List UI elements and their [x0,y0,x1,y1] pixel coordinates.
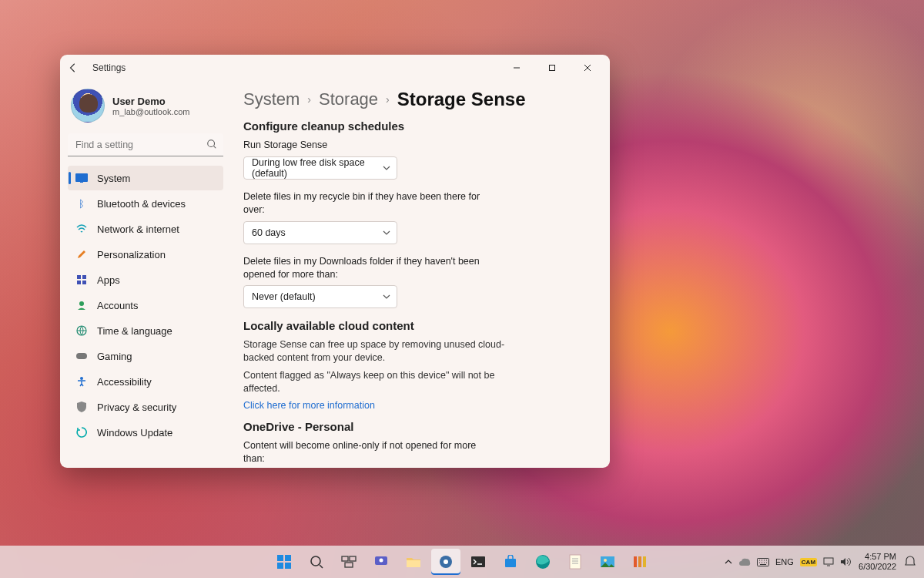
section-configure-title: Configure cleanup schedules [243,119,593,133]
taskbar-app-edge[interactable] [528,549,557,575]
sidebar-item-personalization[interactable]: Personalization [68,242,223,267]
store-icon [504,555,517,569]
taskbar-app-notepad[interactable] [561,549,590,575]
cloud-description-1: Storage Sense can free up space by remov… [243,338,505,365]
taskbar-center [270,549,654,575]
tray-cam-icon[interactable]: CAM [800,558,817,566]
onedrive-label: Content will become online-only if not o… [243,439,497,465]
breadcrumb: System › Storage › Storage Sense [243,89,593,110]
section-cloud-title: Locally available cloud content [243,319,593,332]
tray-notifications-icon[interactable] [904,556,916,568]
notepad-icon [569,554,581,570]
search-field[interactable] [68,133,223,156]
dropdown-value: 60 days [252,227,286,238]
svg-rect-15 [285,563,291,569]
sidebar-item-privacy[interactable]: Privacy & security [68,395,223,419]
svg-rect-22 [407,560,420,567]
svg-rect-12 [277,555,283,561]
minimize-button[interactable] [499,56,534,79]
taskbar-app-photos[interactable] [593,549,622,575]
svg-point-11 [80,377,83,380]
tray-chevron-icon[interactable] [725,558,732,566]
wifi-icon [75,223,88,235]
profile-name: User Demo [112,96,189,107]
globe-icon [75,324,88,337]
start-button[interactable] [270,549,299,575]
sidebar-item-label: Network & internet [97,223,179,235]
taskbar-app-store[interactable] [496,549,525,575]
breadcrumb-system[interactable]: System [243,89,300,109]
taskbar: ENG CAM 4:57 PM 6/30/2022 [0,546,924,578]
svg-rect-2 [75,173,88,182]
minimize-icon [513,64,521,72]
sidebar: User Demo m_lab@outlook.com System [60,81,229,468]
app-title: Settings [92,62,126,73]
tray-volume-icon[interactable] [840,557,851,566]
sidebar-item-windowsupdate[interactable]: Windows Update [68,420,223,445]
sidebar-item-label: Time & language [97,325,172,337]
sidebar-item-system[interactable]: System [68,166,223,190]
svg-point-30 [604,559,607,562]
sidebar-item-network[interactable]: Network & internet [68,217,223,241]
sidebar-item-accounts[interactable]: Accounts [68,293,223,318]
sidebar-item-label: Accounts [97,300,138,311]
tray-network-icon[interactable] [823,557,834,566]
taskbar-app-chat[interactable] [367,549,396,575]
svg-rect-13 [285,555,291,561]
close-button[interactable] [570,56,605,79]
search-input[interactable] [68,133,223,156]
sidebar-item-accessibility[interactable]: Accessibility [68,369,223,394]
svg-rect-28 [570,555,581,569]
cloud-more-info-link[interactable]: Click here for more information [243,400,593,411]
dropdown-value: During low free disk space (default) [252,157,383,179]
sidebar-item-apps[interactable]: Apps [68,267,223,292]
svg-rect-32 [638,556,641,567]
main-content[interactable]: System › Storage › Storage Sense Configu… [229,81,610,468]
svg-rect-19 [345,563,353,567]
run-storage-sense-label: Run Storage Sense [243,139,497,152]
profile-email: m_lab@outlook.com [112,107,189,116]
taskbar-app-terminal[interactable] [464,549,493,575]
back-button[interactable] [68,62,86,73]
svg-rect-0 [550,66,555,71]
search-icon [206,139,217,150]
svg-rect-35 [824,558,833,564]
maximize-button[interactable] [534,56,570,79]
sidebar-item-label: Bluetooth & devices [97,198,186,210]
tray-keyboard-icon[interactable] [757,558,769,566]
update-icon [75,426,88,439]
breadcrumb-storage[interactable]: Storage [319,89,378,109]
tray-language[interactable]: ENG [775,557,794,566]
person-icon [75,299,88,311]
chevron-right-icon: › [307,93,311,106]
recycle-bin-dropdown[interactable]: 60 days [243,221,397,244]
run-storage-sense-dropdown[interactable]: During low free disk space (default) [243,156,397,180]
svg-rect-33 [643,556,646,567]
profile-block[interactable]: User Demo m_lab@outlook.com [68,86,223,130]
sidebar-item-bluetooth[interactable]: ᛒ Bluetooth & devices [68,191,223,216]
system-icon [75,172,88,184]
taskbar-app-settings[interactable] [431,549,460,575]
svg-rect-7 [82,281,86,284]
tray-clock[interactable]: 4:57 PM 6/30/2022 [859,552,896,571]
sidebar-item-time[interactable]: Time & language [68,318,223,343]
accessibility-icon [75,375,88,388]
terminal-icon [470,556,486,568]
chat-icon [373,554,389,570]
svg-rect-6 [77,281,81,284]
task-view-button[interactable] [334,549,363,575]
taskbar-app-explorer[interactable] [399,549,428,575]
sidebar-item-label: Privacy & security [97,402,176,413]
taskbar-search[interactable] [302,549,331,575]
chevron-right-icon: › [386,93,390,106]
downloads-dropdown[interactable]: Never (default) [243,285,397,308]
tray-onedrive-icon[interactable] [738,557,751,566]
sidebar-item-gaming[interactable]: Gaming [68,344,223,368]
edge-icon [535,554,551,570]
chevron-down-icon [383,229,390,237]
downloads-label: Delete files in my Downloads folder if t… [243,255,497,281]
svg-rect-17 [342,556,348,561]
svg-point-16 [311,556,320,566]
gaming-icon [75,350,88,362]
taskbar-app-generic[interactable] [625,549,654,575]
